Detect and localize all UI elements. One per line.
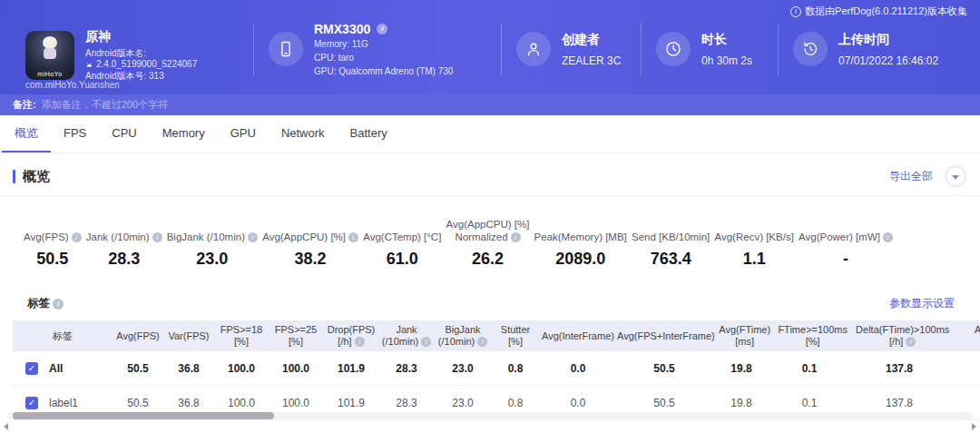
metric-7: Send [KB/10min]763.4 <box>632 218 710 269</box>
history-clock-icon <box>793 32 828 66</box>
android-icon <box>85 61 93 69</box>
user-icon <box>516 32 551 66</box>
row-checkbox[interactable]: ✓ <box>25 397 38 409</box>
upload-time-value: 07/01/2022 16:46:02 <box>838 54 938 67</box>
column-header: Avg(FPS) <box>113 320 163 351</box>
tab-cpu[interactable]: CPU <box>99 115 149 153</box>
cell <box>951 351 980 385</box>
info-icon[interactable]: i <box>377 24 387 34</box>
row-label: label1 <box>49 397 78 409</box>
device-cpu: CPU: taro <box>314 52 453 64</box>
labels-header: 标签 i 参数显示设置 <box>27 296 955 311</box>
creator-value: ZEALER 3C <box>562 54 621 67</box>
cell: 101.9 <box>323 351 379 385</box>
metric-label: Avg(FPS)i <box>24 218 82 243</box>
info-icon[interactable]: i <box>355 337 365 347</box>
info-icon[interactable]: i <box>53 299 64 310</box>
horizontal-scrollbar[interactable] <box>7 412 973 419</box>
upload-time-label: 上传时间 <box>838 32 938 48</box>
tab-fps[interactable]: FPS <box>51 115 99 153</box>
app-version-name-label: Android版本名: <box>85 48 197 60</box>
phone-icon <box>269 32 303 66</box>
labels-title: 标签 <box>27 296 50 311</box>
cell: 0.8 <box>492 351 539 385</box>
tab-battery[interactable]: Battery <box>338 115 400 153</box>
metric-label: Avg(AppCPU) [%]i <box>262 218 358 243</box>
header: i 数据由PerfDog(6.0.211212)版本收集 miHoYo 原神 A… <box>0 0 980 94</box>
metric-value: 28.3 <box>108 250 140 269</box>
metric-value: 23.0 <box>196 250 228 269</box>
metric-0: Avg(FPS)i50.5 <box>24 218 82 269</box>
metric-value: 26.2 <box>472 250 504 269</box>
collect-note: i 数据由PerfDog(6.0.211212)版本收集 <box>788 5 967 18</box>
metric-label: Avg(Recv) [KB/s] <box>715 218 794 243</box>
duration-value: 0h 30m 2s <box>701 54 752 67</box>
info-icon[interactable]: i <box>511 232 521 242</box>
cell: 28.3 <box>379 351 434 385</box>
row-checkbox[interactable]: ✓ <box>25 362 38 375</box>
tab-network[interactable]: Network <box>269 115 338 153</box>
info-icon[interactable]: i <box>906 337 916 347</box>
metric-label: Avg(CTemp) [°C] <box>363 218 441 243</box>
metric-label: Send [KB/10min] <box>632 218 710 243</box>
parameter-display-settings-link[interactable]: 参数显示设置 <box>889 296 955 311</box>
duration-section: 时长 0h 30m 2s <box>642 32 778 67</box>
column-header: Jank(/10min)i <box>379 320 434 351</box>
metric-label: Jank (/10min)i <box>86 218 162 243</box>
column-header: Avg(FTime)[ms] <box>715 320 775 351</box>
note-placeholder: 添加备注，不超过200个字符 <box>42 98 168 112</box>
scrollbar-thumb[interactable] <box>13 412 274 419</box>
metric-8: Avg(Recv) [KB/s]1.1 <box>715 218 794 269</box>
row-label: All <box>49 362 63 375</box>
duration-label: 时长 <box>701 32 752 48</box>
info-icon: i <box>790 6 801 17</box>
scroll-left-arrow[interactable] <box>4 423 8 430</box>
device-section: RMX3300 i Memory: 11G CPU: taro GPU: Qua… <box>254 22 501 77</box>
tab-memory[interactable]: Memory <box>150 115 218 153</box>
scroll-right-arrow[interactable] <box>972 423 976 430</box>
page: i 数据由PerfDog(6.0.211212)版本收集 miHoYo 原神 A… <box>0 0 980 433</box>
cell: 100.0 <box>214 351 269 385</box>
tab-overview[interactable]: 概览 <box>2 115 51 153</box>
metrics-row: Avg(FPS)i50.5Jank (/10min)i28.3BigJank (… <box>24 218 893 269</box>
info-icon[interactable]: i <box>348 232 358 242</box>
info-icon[interactable]: i <box>152 232 162 242</box>
export-all-link[interactable]: 导出全部 <box>889 169 933 184</box>
column-header: Stutter[%] <box>492 320 539 351</box>
creator-section: 创建者 ZEALER 3C <box>502 32 641 67</box>
cell: 0.0 <box>539 351 617 385</box>
chevron-down-icon <box>952 175 959 180</box>
cell: 19.8 <box>711 351 771 385</box>
info-icon[interactable]: i <box>72 232 82 242</box>
info-icon[interactable]: i <box>477 337 487 347</box>
column-header: Avg(FPS+InterFrame) <box>617 320 715 351</box>
info-icon[interactable]: i <box>883 232 893 242</box>
clock-icon <box>656 32 691 66</box>
metric-2: BigJank (/10min)i23.0 <box>167 218 258 269</box>
info-icon[interactable]: i <box>248 232 258 242</box>
upload-time-section: 上传时间 07/01/2022 16:46:02 <box>779 32 965 67</box>
column-header: FPS>=25[%] <box>269 320 323 351</box>
metric-value: - <box>843 250 848 269</box>
metric-label: BigJank (/10min)i <box>167 218 258 243</box>
metric-9: Avg(Power) [mW]i- <box>799 218 893 269</box>
column-header: 标签 <box>13 320 113 351</box>
column-header: BigJank(/10min)i <box>434 320 492 351</box>
metric-value: 61.0 <box>387 250 418 269</box>
info-icon[interactable]: i <box>421 337 431 347</box>
app-package: com.miHoYo.Yuanshen <box>25 80 120 90</box>
app-section: miHoYo 原神 Android版本名: 2.4.0_5199000_5224… <box>25 4 253 94</box>
metric-value: 50.5 <box>36 250 68 269</box>
tab-gpu[interactable]: GPU <box>218 115 269 153</box>
column-header: Var(FPS) <box>163 320 214 351</box>
export-dropdown-button[interactable] <box>946 166 965 186</box>
app-version-name: 2.4.0_5199000_5224067 <box>96 59 197 71</box>
note-input[interactable]: 备注: 添加备注，不超过200个字符 <box>0 94 980 115</box>
metric-value: 38.2 <box>295 250 327 269</box>
collect-note-text: 数据由PerfDog(6.0.211212)版本收集 <box>805 5 967 18</box>
device-gpu: GPU: Qualcomm Adreno (TM) 730 <box>314 65 453 77</box>
column-header: FTime>=100ms[%] <box>775 320 851 351</box>
overview-section-header: 概览 导出全部 <box>0 153 980 196</box>
column-header: Drop(FPS)[/h]i <box>323 320 379 351</box>
labels-table: 标签Avg(FPS)Var(FPS)FPS>=18[%]FPS>=25[%]Dr… <box>13 320 980 420</box>
